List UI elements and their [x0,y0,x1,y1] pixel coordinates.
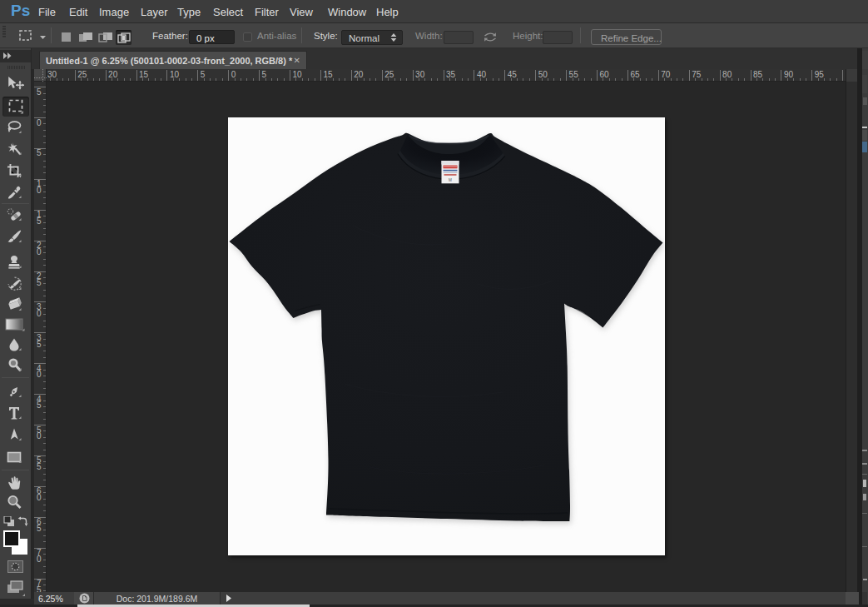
svg-text:M: M [449,178,452,182]
